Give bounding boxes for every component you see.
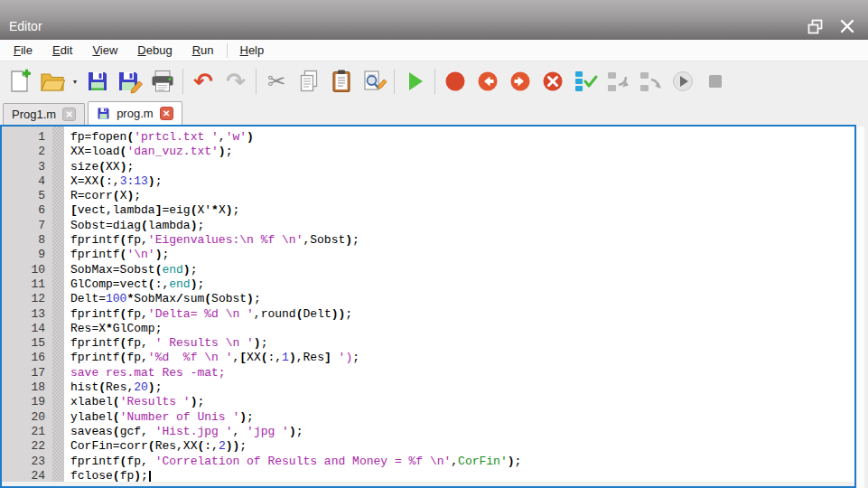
line-number[interactable]: 7 xyxy=(2,219,45,233)
code-token: :, xyxy=(155,277,170,291)
code-line: xlabel('Results '); xyxy=(70,395,854,409)
code-token: XX xyxy=(247,351,261,364)
line-number[interactable]: 8 xyxy=(2,233,45,248)
code-line: save res.mat Res -mat; xyxy=(70,366,854,380)
menu-item-debug[interactable]: Debug xyxy=(127,41,182,60)
code-token xyxy=(331,351,339,364)
undo-button[interactable]: ↶ xyxy=(187,65,219,98)
line-number[interactable]: 16 xyxy=(2,351,45,365)
menu-item-view[interactable]: View xyxy=(82,41,127,60)
window-title: Editor xyxy=(9,19,803,33)
code-token: 'Eigenvalues:\n %f \n' xyxy=(148,233,303,247)
tab-prog[interactable]: prog.m ✕ xyxy=(88,101,182,125)
copy-button[interactable] xyxy=(293,65,325,98)
save-button[interactable] xyxy=(81,65,114,98)
cut-icon: ✂ xyxy=(267,69,285,94)
code-editor[interactable]: 123456789101112131415161718192021222324 … xyxy=(0,125,856,488)
redo-button[interactable]: ↷ xyxy=(219,65,252,98)
code-token: ) xyxy=(134,469,141,483)
line-number[interactable]: 5 xyxy=(2,189,45,203)
float-icon[interactable] xyxy=(803,15,826,37)
cut-button[interactable]: ✂ xyxy=(260,65,293,98)
code-token: ; xyxy=(197,277,204,291)
code-token: ) xyxy=(289,425,296,438)
code-token: )) xyxy=(226,439,240,453)
line-number-gutter[interactable]: 123456789101112131415161718192021222324 xyxy=(2,127,52,486)
close-icon[interactable]: ✕ xyxy=(62,108,76,121)
code-token: Sobst=diag xyxy=(70,219,141,232)
line-number[interactable]: 3 xyxy=(2,160,45,174)
close-icon[interactable] xyxy=(835,15,859,37)
code-token: ) xyxy=(289,351,296,364)
step-back-button[interactable] xyxy=(471,65,504,98)
code-line: SobMax=Sobst(end); xyxy=(70,263,854,277)
code-token: ; xyxy=(239,439,247,453)
line-number[interactable]: 2 xyxy=(2,145,45,159)
line-number[interactable]: 13 xyxy=(2,307,45,322)
code-token: CorFin' xyxy=(458,455,508,468)
code-token: ; xyxy=(191,263,198,277)
code-token: ; xyxy=(197,395,204,408)
stop-debug-button[interactable] xyxy=(699,65,732,98)
code-line: fprintf(fp,'Eigenvalues:\n %f \n',Sobst)… xyxy=(70,233,854,248)
line-number[interactable]: 20 xyxy=(2,410,45,425)
code-token: Res=X xyxy=(70,322,106,335)
line-number[interactable]: 9 xyxy=(2,248,45,262)
code-token: ( xyxy=(113,469,120,483)
line-number[interactable]: 19 xyxy=(2,395,45,409)
line-number[interactable]: 21 xyxy=(2,425,45,439)
code-token: fprintf xyxy=(70,307,120,321)
step-out-button[interactable] xyxy=(634,65,667,98)
fold-margin[interactable] xyxy=(52,127,64,486)
code-token: ( xyxy=(113,395,120,408)
code-token: ylabel xyxy=(70,410,113,424)
toolbar-separator xyxy=(434,69,435,94)
horizontal-scrollbar[interactable] xyxy=(2,482,854,486)
step-over-button[interactable] xyxy=(602,65,634,98)
line-number[interactable]: 18 xyxy=(2,380,45,395)
toolbar-separator xyxy=(394,69,395,94)
code-token: ) xyxy=(219,145,226,158)
step-forward-button[interactable] xyxy=(504,65,537,98)
menu-item-help[interactable]: Help xyxy=(230,41,275,60)
line-number[interactable]: 10 xyxy=(2,263,45,277)
line-number[interactable]: 4 xyxy=(2,174,45,189)
run-button[interactable] xyxy=(398,65,431,98)
code-text-area[interactable]: fp=fopen('prtcl.txt ','w')XX=load('dan_v… xyxy=(64,127,854,486)
code-token: ) xyxy=(247,292,254,305)
open-dropdown-button[interactable]: ▾ xyxy=(69,65,81,98)
line-number[interactable]: 14 xyxy=(2,322,45,336)
code-token: ; xyxy=(162,248,169,261)
continue-button[interactable] xyxy=(667,65,699,98)
save-as-button[interactable] xyxy=(114,65,146,98)
menu-item-run[interactable]: Run xyxy=(182,41,224,60)
line-number[interactable]: 15 xyxy=(2,336,45,351)
menu-item-edit[interactable]: Edit xyxy=(42,41,82,60)
new-file-button[interactable] xyxy=(4,65,36,98)
remove-breakpoints-button[interactable] xyxy=(537,65,569,98)
tab-prog1[interactable]: Prog1.m ✕ xyxy=(3,103,85,125)
code-token: ; xyxy=(155,380,163,394)
line-number[interactable]: 17 xyxy=(2,366,45,380)
line-number[interactable]: 6 xyxy=(2,203,45,218)
find-replace-button[interactable] xyxy=(358,65,390,98)
line-number[interactable]: 11 xyxy=(2,277,45,292)
line-number[interactable]: 23 xyxy=(2,455,45,469)
paste-button[interactable] xyxy=(325,65,358,98)
open-folder-button[interactable] xyxy=(36,65,69,98)
close-icon[interactable]: ✕ xyxy=(160,107,173,120)
line-number[interactable]: 1 xyxy=(2,130,45,145)
toggle-breakpoints-button[interactable] xyxy=(569,65,602,98)
code-token: , xyxy=(451,455,458,468)
vertical-scrollbar[interactable] xyxy=(857,127,864,488)
code-token: saveas xyxy=(70,425,113,438)
record-breakpoint-button[interactable] xyxy=(439,65,471,98)
print-button[interactable] xyxy=(146,65,179,98)
menu-item-file[interactable]: File xyxy=(4,41,42,60)
window-titlebar: Editor xyxy=(0,0,868,40)
code-token: GlComp=vect xyxy=(70,277,148,291)
line-number[interactable]: 12 xyxy=(2,292,45,306)
line-number[interactable]: 22 xyxy=(2,439,45,454)
code-token: ( xyxy=(148,439,155,453)
code-token: ( xyxy=(98,380,106,394)
